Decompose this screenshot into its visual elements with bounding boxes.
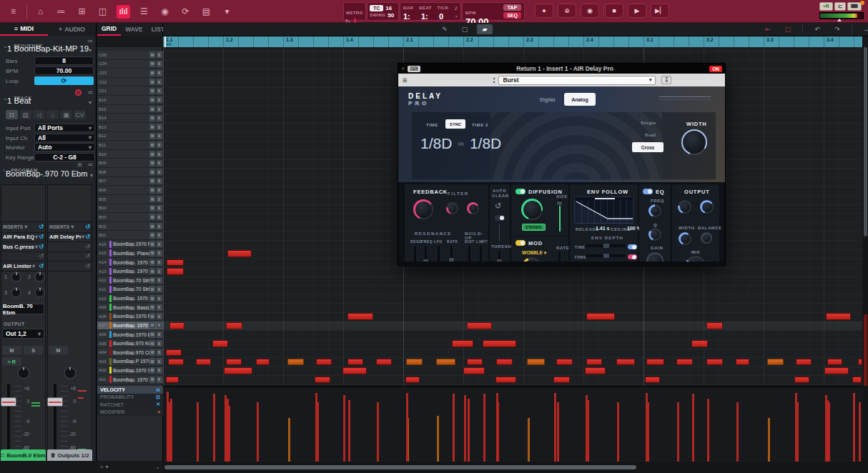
midi-note[interactable]: [227, 250, 252, 257]
track-type-icon-1[interactable]: ▤: [19, 110, 31, 119]
mode-digital[interactable]: Digital: [540, 97, 555, 102]
row-solo[interactable]: S: [157, 277, 162, 284]
row-mute[interactable]: M: [149, 169, 155, 175]
midi-note[interactable]: [169, 322, 184, 329]
row-mute[interactable]: M: [149, 340, 155, 347]
horizontal-scrollbar[interactable]: [163, 462, 868, 473]
row-solo[interactable]: S: [157, 178, 162, 184]
velocity-bar[interactable]: [343, 395, 345, 462]
output-insert-slot-4[interactable]: ↺: [48, 261, 92, 271]
velocity-bar[interactable]: [225, 395, 227, 462]
tap-tempo-button[interactable]: TAP: [503, 4, 521, 11]
track-type-icon-0[interactable]: ∷: [6, 110, 18, 119]
midi-note[interactable]: [226, 322, 242, 329]
delay-time-left[interactable]: 1/8D: [420, 135, 452, 152]
midi-note[interactable]: [585, 367, 606, 374]
tab-time2[interactable]: TIME 2: [472, 123, 488, 127]
pad-row-C02[interactable]: C02MS: [97, 78, 163, 87]
velocity-bar[interactable]: [554, 393, 556, 462]
mod-toggle[interactable]: [516, 240, 526, 246]
snap-icon[interactable]: ⇤: [760, 24, 776, 34]
pad-row-A07[interactable]: A07BoomBap. 1970 RideMS: [97, 322, 163, 331]
pad-row-B06[interactable]: B06MS: [97, 186, 163, 195]
midi-note[interactable]: [405, 377, 420, 384]
pad-row-B07[interactable]: B07MS: [97, 177, 163, 186]
stereo-badge[interactable]: STEREO: [522, 224, 546, 231]
midi-note[interactable]: [586, 359, 602, 366]
quantize-badge[interactable]: ⊏: [834, 2, 846, 11]
row-solo[interactable]: S: [157, 115, 162, 121]
program-add-icon[interactable]: ⊞: [77, 161, 82, 168]
pad-row-B05[interactable]: B05MS: [97, 195, 163, 204]
row-solo[interactable]: S: [157, 259, 162, 266]
velocity-bar[interactable]: [617, 402, 619, 462]
row-solo[interactable]: S: [157, 160, 162, 166]
size-slider[interactable]: [556, 201, 563, 206]
sampler-icon[interactable]: ◉: [158, 5, 172, 19]
velocity-bar[interactable]: [768, 418, 770, 462]
pad-row-A11[interactable]: A11BoomBap.70 StrloopMS: [97, 285, 163, 294]
row-solo[interactable]: S: [157, 377, 162, 383]
preset-stepper[interactable]: ▴▾: [493, 76, 498, 84]
seq-tempo-button[interactable]: SEQ: [503, 12, 521, 19]
grid-editor-icon[interactable]: ılıl: [117, 5, 130, 19]
midi-note[interactable]: [586, 313, 615, 320]
pad-row-A01[interactable]: A01BoomBap. 1970 KickMS: [97, 375, 163, 384]
midi-note[interactable]: [736, 359, 749, 366]
tab-sync[interactable]: SYNC: [445, 119, 465, 129]
row-solo[interactable]: S: [157, 286, 162, 292]
midi-note[interactable]: [556, 359, 573, 366]
track-type-cv[interactable]: CV: [74, 110, 86, 119]
midi-note[interactable]: [224, 367, 252, 374]
output-insert-slot-2[interactable]: ↺: [48, 242, 92, 252]
velocity-bar[interactable]: [707, 402, 709, 462]
row-solo[interactable]: S: [157, 232, 162, 239]
row-mute[interactable]: M: [149, 286, 155, 292]
row-mute[interactable]: M: [149, 332, 155, 338]
velocity-bar[interactable]: [795, 393, 797, 462]
track-name[interactable]: 1 Beat: [7, 96, 31, 105]
bpm-panel[interactable]: BPM 70.00 TAP SEQ: [462, 2, 525, 21]
output-mix-knob[interactable]: [685, 256, 706, 262]
midi-note[interactable]: [645, 377, 660, 384]
row-solo[interactable]: S: [157, 223, 162, 229]
qlink-knob-4[interactable]: [34, 287, 45, 298]
expand-h-icon[interactable]: ↔: [859, 24, 868, 34]
qlink-knob-1[interactable]: [11, 272, 21, 282]
pad-row-A05[interactable]: A05BoomBap.970 Kick 2MS: [97, 339, 163, 349]
midi-note[interactable]: [212, 340, 228, 347]
row-mute[interactable]: M: [149, 61, 155, 67]
midi-note[interactable]: [467, 359, 483, 366]
velocity-bar[interactable]: [828, 402, 830, 462]
program-inserts-header[interactable]: INSERTS▾↺: [1, 222, 45, 232]
vertical-scrollbar-thumb[interactable]: [864, 47, 867, 236]
velocity-bar[interactable]: [496, 393, 498, 462]
automation-badge[interactable]: ≈R: [819, 2, 833, 11]
output-inserts-header[interactable]: INSERTS▾↺: [48, 222, 92, 232]
record-arm-icon[interactable]: [75, 89, 82, 96]
velocity-bar[interactable]: [468, 402, 470, 462]
playhead[interactable]: [164, 36, 166, 47]
row-mute[interactable]: M: [149, 205, 155, 211]
volume-fader-track[interactable]: [7, 384, 10, 459]
sequence-menu-icon[interactable]: ≔: [87, 38, 93, 44]
pad-row-B02[interactable]: B02MS: [97, 222, 163, 231]
row-mute[interactable]: M: [149, 268, 155, 274]
qlink-knob-2[interactable]: [34, 272, 45, 282]
row-mute[interactable]: M: [149, 241, 155, 247]
automation-button[interactable]: ≈ R: [2, 357, 21, 366]
row-solo[interactable]: S: [157, 250, 162, 257]
midi-note[interactable]: [168, 359, 184, 366]
output-lo-knob[interactable]: [678, 200, 691, 214]
velocity-bar[interactable]: [483, 394, 485, 462]
row-mute[interactable]: M: [149, 133, 155, 139]
midi-note[interactable]: [858, 359, 862, 366]
velocity-bar[interactable]: [197, 402, 199, 462]
pad-row-A10[interactable]: A10BoomBap. 1970 BassMS: [97, 294, 163, 304]
timeline-ruler[interactable]: 1.11.21.31.42.12.22.32.43.13.23.33.44/4: [163, 36, 862, 47]
row-mute[interactable]: M: [149, 313, 155, 319]
row-solo[interactable]: S: [157, 313, 162, 319]
metronome-panel[interactable]: METRO ◺: [343, 2, 366, 21]
region-icon[interactable]: ▢: [780, 24, 796, 34]
pad-row-B10[interactable]: B10MS: [97, 150, 163, 159]
